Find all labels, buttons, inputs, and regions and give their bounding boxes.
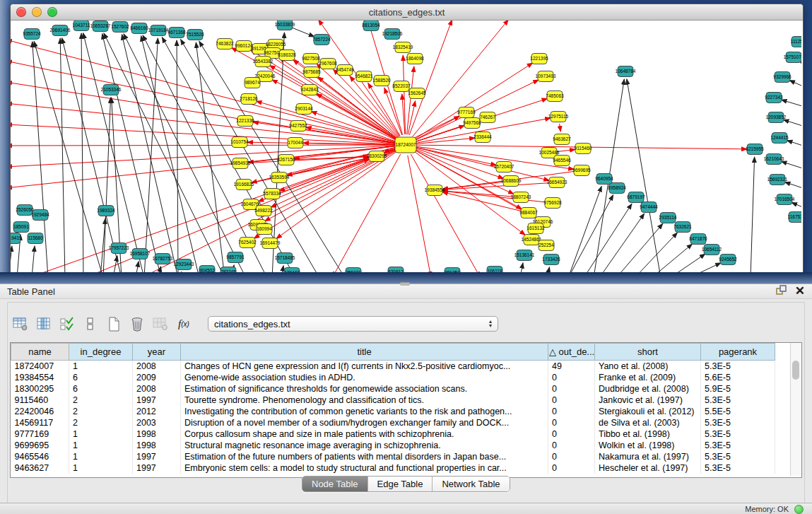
graph-edge[interactable] — [11, 40, 395, 142]
graph-node[interactable]: 16210643 — [764, 154, 784, 165]
graph-node[interactable]: 1929484 — [31, 210, 49, 221]
table-cell[interactable]: 2008 — [133, 383, 181, 395]
graph-node[interactable]: 9115460 — [575, 144, 592, 154]
graph-edge[interactable] — [584, 204, 632, 274]
graph-node[interactable]: 160994 — [257, 224, 272, 235]
table-cell[interactable]: Tibbo et al. (1998) — [595, 428, 701, 440]
graph-node[interactable]: 1588520 — [372, 76, 391, 86]
scrollbar-thumb[interactable] — [792, 361, 799, 380]
graph-node[interactable]: 12093852 — [766, 112, 787, 123]
graph-node[interactable]: 2336444 — [473, 132, 492, 143]
graph-node[interactable]: 1527602 — [111, 22, 129, 33]
table-cell[interactable]: 1997 — [133, 395, 181, 406]
network-canvas[interactable]: 9355724206914061043711106532871527602846… — [11, 21, 801, 274]
table-cell[interactable]: 2 — [69, 395, 133, 406]
graph-node[interactable]: 16543382 — [253, 57, 273, 67]
graph-node[interactable]: 8267150 — [277, 155, 295, 165]
table-row[interactable]: 2242004622012Investigating the contribut… — [11, 406, 775, 417]
table-cell[interactable]: 49 — [548, 361, 595, 373]
graph-node[interactable]: 15751074 — [784, 52, 801, 63]
graph-node[interactable]: 16353594 — [269, 173, 290, 183]
graph-node[interactable]: 5578334 — [263, 189, 281, 199]
table-cell[interactable]: 2012 — [133, 406, 181, 417]
graph-edge[interactable] — [442, 191, 514, 197]
graph-node[interactable]: 2935114 — [659, 213, 677, 223]
table-cell[interactable]: 5.3E-5 — [701, 361, 775, 373]
function-builder-button[interactable]: f(x) — [175, 315, 193, 332]
network-window-titlebar[interactable]: citations_edges.txt — [11, 4, 803, 21]
create-table-button[interactable] — [105, 315, 123, 332]
table-cell[interactable]: Yano et al. (2008) — [595, 361, 701, 373]
table-cell[interactable]: 14569117 — [11, 417, 69, 428]
graph-node[interactable]: 7515526 — [186, 30, 204, 40]
table-row[interactable]: 946362711997Embryonic stem cells: a mode… — [11, 462, 775, 474]
graph-edge[interactable] — [332, 154, 400, 274]
graph-edge[interactable] — [442, 192, 522, 211]
table-cell[interactable]: Franke et al. (2009) — [595, 372, 701, 383]
graph-node[interactable]: 9857791 — [226, 252, 245, 263]
table-cell[interactable]: 2008 — [133, 361, 181, 373]
table-cell[interactable]: 1 — [69, 451, 133, 462]
table-cell[interactable]: 0 — [548, 440, 595, 451]
graph-edge[interactable] — [81, 33, 83, 274]
table-cell[interactable]: Nakamura et al. (1997) — [595, 451, 701, 462]
table-cell[interactable]: Changes of HCN gene expression and I(f) … — [181, 361, 548, 373]
table-cell[interactable]: 9699695 — [11, 440, 69, 451]
graph-edge[interactable] — [276, 151, 397, 239]
graph-edge[interactable] — [11, 103, 395, 144]
table-cell[interactable]: Tourette syndrome. Phenomenology and cla… — [181, 395, 548, 406]
graph-edge[interactable] — [800, 62, 801, 68]
table-cell[interactable]: 9465546 — [11, 451, 69, 462]
graph-edge[interactable] — [789, 80, 801, 89]
table-row[interactable]: 1456911722003Disruption of a novel membe… — [11, 417, 775, 428]
graph-node[interactable]: 18325419 — [393, 42, 413, 53]
graph-node[interactable]: 746267 — [480, 112, 495, 123]
graph-edge[interactable] — [291, 28, 314, 37]
graph-edge[interactable] — [787, 140, 801, 148]
graph-node[interactable]: 15718485 — [275, 253, 295, 264]
tab-network-table[interactable]: Network Table — [433, 477, 509, 491]
graph-node[interactable]: 19166825 — [234, 180, 254, 190]
graph-node[interactable]: 9227343 — [765, 93, 783, 103]
graph-node[interactable]: 12975115 — [548, 112, 569, 122]
graph-node[interactable]: 8471876 — [689, 234, 707, 245]
graph-edge[interactable] — [415, 80, 539, 141]
graph-edge[interactable] — [409, 21, 452, 135]
table-cell[interactable]: 2009 — [133, 372, 181, 383]
table-cell[interactable]: 19384554 — [11, 372, 69, 383]
column-header-year[interactable]: year — [133, 344, 181, 361]
graph-node[interactable]: 2903144 — [295, 104, 313, 115]
table-cell[interactable]: 5.3E-5 — [701, 451, 775, 462]
graph-node[interactable]: 10648784 — [616, 66, 636, 77]
graph-node[interactable]: 5498222 — [254, 206, 273, 216]
close-panel-icon[interactable]: ✕ — [795, 286, 805, 296]
table-cell[interactable]: Investigating the contribution of common… — [181, 406, 548, 417]
graph-node[interactable]: 4671368 — [167, 28, 186, 38]
table-cell[interactable]: 0 — [548, 451, 595, 462]
network-view-window[interactable]: citations_edges.txt 93557242069140610437… — [10, 4, 804, 274]
graph-edge[interactable] — [781, 161, 801, 170]
graph-edge[interactable] — [782, 100, 801, 108]
table-cell[interactable]: Wolkin et al. (1998) — [595, 440, 701, 451]
graph-node[interactable]: 16958107 — [130, 249, 151, 259]
table-cell[interactable]: 9115460 — [11, 395, 69, 406]
table-cell[interactable]: 6 — [69, 372, 133, 383]
table-cell[interactable]: Jankovic et al. (1997) — [595, 395, 701, 406]
graph-node[interactable]: 1043711 — [73, 21, 90, 31]
graph-node[interactable]: 6879197 — [627, 192, 645, 203]
table-cell[interactable]: Estimation of significance thresholds fo… — [181, 383, 548, 395]
graph-node[interactable]: 7625402 — [238, 238, 257, 248]
graph-node[interactable]: 19854935 — [230, 158, 251, 169]
graph-node[interactable]: 16914479 — [260, 238, 281, 249]
graph-edge[interactable] — [83, 33, 144, 274]
graph-node[interactable]: 115680 — [28, 233, 43, 244]
graph-edge[interactable] — [784, 182, 801, 190]
table-cell[interactable]: Embryonic stem cells: a model to study s… — [181, 462, 548, 474]
graph-edge[interactable] — [408, 156, 431, 274]
select-columns-button[interactable] — [58, 315, 76, 332]
table-cell[interactable]: 1998 — [133, 440, 181, 451]
float-panel-icon[interactable] — [776, 285, 787, 298]
graph-edge[interactable] — [416, 148, 550, 181]
table-cell[interactable]: 9463627 — [11, 462, 69, 474]
table-row[interactable]: 911546021997Tourette syndrome. Phenomeno… — [11, 395, 775, 406]
